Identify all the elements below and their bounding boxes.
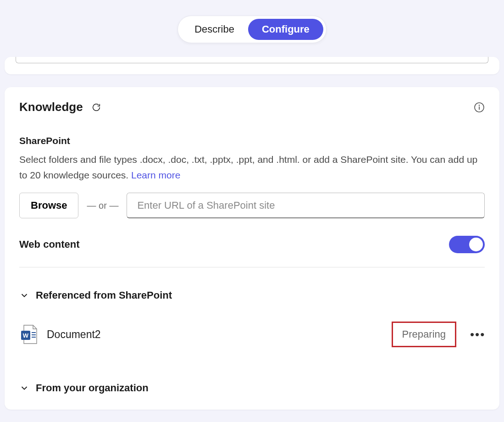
browse-button[interactable]: Browse (19, 193, 78, 218)
web-content-row: Web content (19, 236, 485, 267)
referenced-from-sharepoint-section[interactable]: Referenced from SharePoint (19, 289, 485, 301)
mode-toggle: Describe Configure (177, 16, 327, 43)
knowledge-header-left: Knowledge (19, 100, 101, 114)
chevron-down-icon (19, 290, 29, 300)
referenced-section-title: Referenced from SharePoint (36, 289, 172, 301)
document-name: Document2 (47, 328, 383, 341)
svg-text:W: W (23, 332, 29, 339)
knowledge-header: Knowledge (19, 100, 485, 114)
configure-tab[interactable]: Configure (248, 19, 323, 40)
web-content-toggle[interactable] (449, 236, 485, 253)
previous-card-input-bottom (16, 57, 488, 63)
info-icon[interactable] (474, 102, 485, 113)
document-row: W Document2 Preparing ••• (20, 322, 485, 347)
from-your-organization-section[interactable]: From your organization (19, 382, 485, 394)
refresh-icon[interactable] (91, 102, 101, 112)
knowledge-title: Knowledge (19, 100, 83, 114)
web-content-toggle-knob (469, 238, 483, 251)
mode-toggle-container: Describe Configure (0, 0, 504, 43)
svg-rect-2 (479, 106, 480, 110)
sharepoint-label: SharePoint (19, 135, 485, 146)
learn-more-link[interactable]: Learn more (131, 170, 180, 180)
svg-point-1 (479, 105, 480, 106)
sharepoint-description: Select folders and file types .docx, .do… (19, 152, 485, 183)
or-separator: — or — (87, 193, 118, 218)
chevron-down-icon (19, 383, 29, 393)
document-more-button[interactable]: ••• (470, 328, 485, 342)
sharepoint-description-text: Select folders and file types .docx, .do… (19, 154, 477, 180)
knowledge-card: Knowledge SharePoint Select folders and … (5, 87, 499, 410)
sharepoint-input-row: Browse — or — (19, 193, 485, 218)
document-status: Preparing (392, 322, 456, 347)
previous-card-cutoff (5, 57, 499, 74)
sharepoint-url-input[interactable] (127, 193, 485, 218)
describe-tab[interactable]: Describe (181, 19, 248, 40)
word-file-icon: W (20, 324, 39, 344)
web-content-label: Web content (19, 239, 80, 250)
from-org-section-title: From your organization (36, 382, 149, 394)
